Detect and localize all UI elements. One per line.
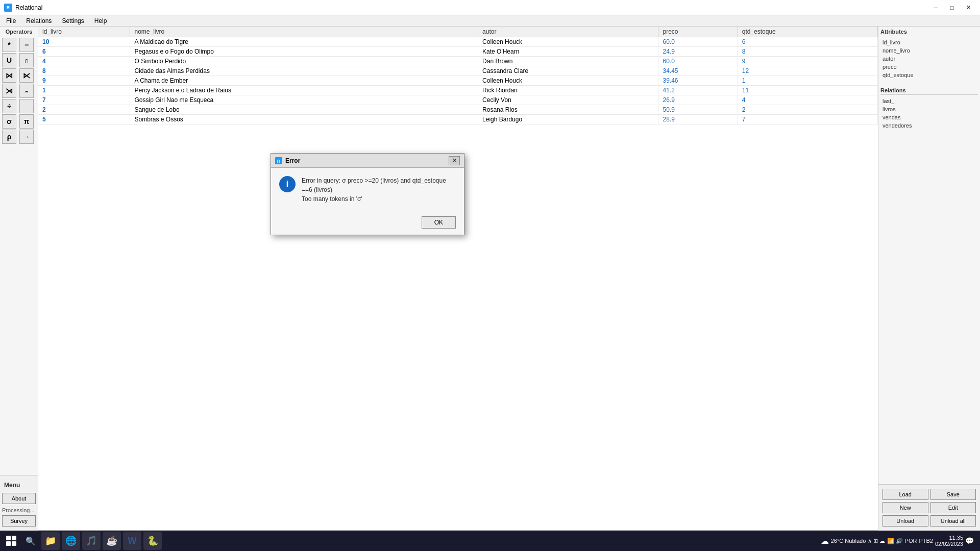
cell-id: 6 (38, 47, 130, 57)
notification-icon[interactable]: 💬 (965, 537, 974, 545)
cell-autor: Colleen Houck (478, 37, 658, 47)
load-button[interactable]: Load (883, 489, 928, 500)
ok-button[interactable]: OK (422, 216, 456, 229)
table-row[interactable]: 7 Gossip Girl Nao me Esqueca Cecily Von … (38, 95, 878, 105)
table-row[interactable]: 5 Sombras e Ossos Leigh Bardugo 28.9 7 (38, 115, 878, 124)
attr-autor: autor (880, 55, 978, 63)
taskbar-explorer[interactable]: 📁 (41, 532, 60, 550)
op-join[interactable]: ⋈ (2, 68, 16, 83)
op-arrow[interactable]: → (19, 130, 34, 144)
table-row[interactable]: 9 A Chama de Ember Colleen Houck 39.46 1 (38, 76, 878, 86)
dialog-message: Error in query: σ preco >=20 (livros) an… (302, 176, 456, 204)
op-star[interactable]: * (2, 38, 16, 52)
menu-help[interactable]: Help (90, 16, 111, 26)
cell-qtd: 4 (738, 95, 877, 105)
attributes-panel: Attributes id_livro nome_livro autor pre… (878, 27, 980, 531)
cell-id: 7 (38, 95, 130, 105)
cell-preco: 28.9 (658, 115, 738, 124)
close-button[interactable]: ✕ (961, 3, 976, 13)
survey-button[interactable]: Survey (2, 515, 36, 527)
operators-panel: Operators * − U ∩ ⋈ ⋉ ⋊ ⟗ ÷ σ π ρ → (0, 27, 38, 531)
time-display: 11:35 02/02/2023 (935, 535, 963, 547)
table-row[interactable]: 8 Cidade das Almas Perdidas Cassandra Cl… (38, 66, 878, 76)
op-rho[interactable]: ρ (2, 130, 16, 144)
unload-all-button[interactable]: Unload all (930, 515, 976, 527)
error-message-line2: (livros) (314, 186, 332, 193)
clock-date: 02/02/2023 (935, 541, 963, 547)
col-header-autor: autor (478, 27, 658, 37)
cell-nome: Percy Jackson e o Ladrao de Raios (130, 86, 478, 95)
cell-id: 10 (38, 37, 130, 47)
dialog-title-text: Error (285, 157, 300, 164)
col-header-id: id_livro (38, 27, 130, 37)
relation-vendedores[interactable]: vendedores (880, 121, 978, 130)
table-row[interactable]: 4 O Simbolo Perdido Dan Brown 60.0 9 (38, 57, 878, 66)
relation-livros[interactable]: livros (880, 105, 978, 113)
save-button[interactable]: Save (930, 489, 976, 500)
op-intersect[interactable]: ∩ (19, 53, 34, 67)
cell-preco: 24.9 (658, 47, 738, 57)
java-icon: ☕ (106, 535, 117, 546)
cell-nome: Sangue de Lobo (130, 105, 478, 115)
table-area[interactable]: id_livro nome_livro autor preco qtd_esto… (38, 27, 878, 531)
new-button[interactable]: New (883, 502, 928, 513)
bottom-right-buttons: Load Save New Edit Unload Unload all (878, 484, 980, 531)
relation-vendas[interactable]: vendas (880, 113, 978, 121)
maximize-button[interactable]: □ (944, 3, 960, 13)
table-row[interactable]: 2 Sangue de Lobo Rosana Rios 50.9 2 (38, 105, 878, 115)
edit-button[interactable]: Edit (930, 502, 976, 513)
op-pi[interactable]: π (19, 114, 34, 129)
minimize-button[interactable]: ─ (928, 3, 943, 13)
search-button[interactable]: 🔍 (21, 532, 40, 550)
taskbar-java[interactable]: ☕ (103, 532, 121, 550)
systray-icons: ∧ ⊞ ☁ 📶 🔊 (868, 538, 902, 544)
col-header-preco: preco (658, 27, 738, 37)
table-row[interactable]: 6 Pegasus e o Fogo do Olimpo Kate O'Hear… (38, 47, 878, 57)
table-row[interactable]: 10 A Maldicao do Tigre Colleen Houck 60.… (38, 37, 878, 47)
cell-nome: Sombras e Ossos (130, 115, 478, 124)
relations-title: Relations (880, 87, 978, 95)
op-right-join[interactable]: ⋊ (2, 84, 16, 98)
attr-qtd-estoque: qtd_estoque (880, 71, 978, 79)
cell-autor: Colleen Houck (478, 76, 658, 86)
cell-qtd: 12 (738, 66, 877, 76)
col-header-nome: nome_livro (130, 27, 478, 37)
dialog-body: i Error in query: σ preco >=20 (livros) … (271, 168, 464, 212)
op-empty[interactable] (19, 99, 34, 113)
taskbar-word[interactable]: W (123, 532, 141, 550)
cell-autor: Kate O'Hearn (478, 47, 658, 57)
taskbar-spotify[interactable]: 🎵 (82, 532, 101, 550)
attr-preco: preco (880, 63, 978, 71)
taskbar-edge[interactable]: 🌐 (62, 532, 80, 550)
table-row[interactable]: 1 Percy Jackson e o Ladrao de Raios Rick… (38, 86, 878, 95)
clock-time: 11:35 (935, 535, 963, 541)
cell-id: 1 (38, 86, 130, 95)
edge-icon: 🌐 (65, 535, 77, 546)
taskbar-python[interactable]: 🐍 (143, 532, 162, 550)
op-union[interactable]: U (2, 53, 16, 67)
relation-last[interactable]: last_ (880, 97, 978, 105)
op-sigma[interactable]: σ (2, 114, 16, 129)
menu-relations[interactable]: Relations (22, 16, 56, 26)
cell-qtd: 9 (738, 57, 877, 66)
op-minus[interactable]: − (19, 38, 34, 52)
cell-id: 8 (38, 66, 130, 76)
language-text: POR (905, 538, 917, 544)
about-button[interactable]: About (2, 493, 36, 504)
op-left-join[interactable]: ⋉ (19, 68, 34, 83)
cell-qtd: 6 (738, 37, 877, 47)
cell-preco: 60.0 (658, 37, 738, 47)
op-outer-join[interactable]: ⟗ (19, 84, 34, 98)
op-divide[interactable]: ÷ (2, 99, 16, 113)
error-message-line3: Too many tokens in 'σ' (302, 195, 362, 203)
menu-bar: File Relations Settings Help (0, 15, 980, 27)
dialog-close-button[interactable]: ✕ (449, 156, 460, 165)
cell-nome: O Simbolo Perdido (130, 57, 478, 66)
cell-autor: Rosana Rios (478, 105, 658, 115)
start-button[interactable] (2, 532, 20, 550)
python-icon: 🐍 (147, 535, 158, 546)
dialog-title-left: R Error (275, 157, 300, 164)
menu-file[interactable]: File (2, 16, 20, 26)
menu-settings[interactable]: Settings (58, 16, 88, 26)
unload-button[interactable]: Unload (883, 515, 928, 527)
